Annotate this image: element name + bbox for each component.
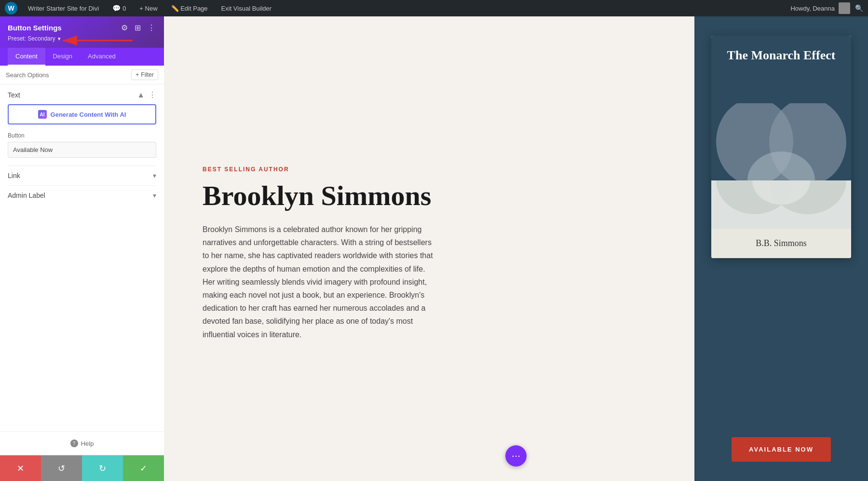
close-icon: ✕ xyxy=(17,463,24,474)
filter-button[interactable]: + Filter xyxy=(131,69,158,80)
preset-caret-icon: ▼ xyxy=(57,36,62,41)
link-section-caret-icon: ▾ xyxy=(153,172,156,179)
button-field-group: Button xyxy=(8,132,156,165)
available-now-button[interactable]: AVAILABLE NOW xyxy=(732,437,831,462)
floating-dots-icon: ··· xyxy=(512,450,520,462)
avatar xyxy=(839,2,850,14)
floating-menu-button[interactable]: ··· xyxy=(505,445,527,467)
text-section-collapse-icon[interactable]: ▲ xyxy=(137,91,145,99)
book-author-name: B.B. Simmons xyxy=(756,238,807,248)
preset-selector[interactable]: Preset: Secondary ▼ xyxy=(8,35,62,42)
redo-icon: ↻ xyxy=(99,463,106,474)
settings-panel: Button Settings ⚙ ⊞ ⋮ Preset: Secondary … xyxy=(0,16,164,481)
tab-design[interactable]: Design xyxy=(45,48,80,66)
admin-label-section: Admin Label ▾ xyxy=(8,185,156,205)
admin-label-section-header[interactable]: Admin Label ▾ xyxy=(8,192,156,199)
text-section-title: Text xyxy=(8,91,20,99)
panel-content: Text ▲ ⋮ AI Generate Content With AI But… xyxy=(0,84,164,431)
best-selling-label: BEST SELLING AUTHOR xyxy=(203,166,665,173)
tab-advanced[interactable]: Advanced xyxy=(80,48,123,66)
exit-builder-link[interactable]: Exit Visual Builder xyxy=(218,3,275,14)
comment-icon: 💬 xyxy=(112,4,121,12)
author-bio: Brooklyn Simmons is a celebrated author … xyxy=(203,223,434,341)
search-input[interactable] xyxy=(6,71,127,79)
generate-content-ai-button[interactable]: AI Generate Content With AI xyxy=(8,104,156,124)
text-section-header: Text ▲ ⋮ xyxy=(8,90,156,99)
help-section: ? Help xyxy=(0,431,164,455)
close-button[interactable]: ✕ xyxy=(0,455,41,481)
book-card: The Monarch Effect xyxy=(711,36,851,258)
link-section: Link ▾ xyxy=(8,165,156,185)
comments-link[interactable]: 💬 0 xyxy=(109,2,129,14)
redo-button[interactable]: ↻ xyxy=(82,455,123,481)
author-name: Brooklyn Simmons xyxy=(203,180,665,211)
tab-content[interactable]: Content xyxy=(8,48,45,66)
button-text-input[interactable] xyxy=(8,142,156,158)
admin-label-section-title: Admin Label xyxy=(8,192,45,199)
panel-tabs: Content Design Advanced xyxy=(0,48,164,66)
text-section-more-icon[interactable]: ⋮ xyxy=(149,90,156,99)
help-label[interactable]: Help xyxy=(81,440,94,447)
admin-label-caret-icon: ▾ xyxy=(153,192,156,199)
book-author-section: B.B. Simmons xyxy=(711,229,851,258)
undo-button[interactable]: ↺ xyxy=(41,455,82,481)
save-button[interactable]: ✓ xyxy=(123,455,164,481)
undo-icon: ↺ xyxy=(58,463,65,474)
wp-logo[interactable]: W xyxy=(5,2,17,14)
panel-more-icon[interactable]: ⋮ xyxy=(147,22,156,33)
panel-title: Button Settings xyxy=(8,24,62,32)
site-name-link[interactable]: Writer Starter Site for Divi xyxy=(25,3,102,14)
page-canvas: BEST SELLING AUTHOR Brooklyn Simmons Bro… xyxy=(164,16,868,481)
save-icon: ✓ xyxy=(140,463,147,474)
dark-section: The Monarch Effect xyxy=(694,16,868,481)
button-field-label: Button xyxy=(8,132,156,139)
edit-page-link[interactable]: ✏️ Edit Page xyxy=(168,3,211,14)
new-link[interactable]: + New xyxy=(136,3,160,14)
search-icon[interactable]: 🔍 xyxy=(855,4,863,12)
panel-header: Button Settings ⚙ ⊞ ⋮ Preset: Secondary … xyxy=(0,16,164,48)
book-cover-shapes xyxy=(711,103,851,180)
panel-settings-icon[interactable]: ⚙ xyxy=(120,22,129,33)
search-bar: + Filter xyxy=(0,66,164,84)
book-lower-shapes xyxy=(711,180,851,229)
howdy-section: Howdy, Deanna xyxy=(790,2,850,14)
book-cover: The Monarch Effect xyxy=(711,36,851,180)
filter-icon: + xyxy=(136,71,139,78)
link-section-title: Link xyxy=(8,172,20,179)
admin-bar: W Writer Starter Site for Divi 💬 0 + New… xyxy=(0,0,868,16)
ai-icon: AI xyxy=(38,110,47,119)
book-title: The Monarch Effect xyxy=(727,47,836,64)
help-icon: ? xyxy=(70,440,78,447)
content-section: BEST SELLING AUTHOR Brooklyn Simmons Bro… xyxy=(164,16,694,481)
panel-layout-icon[interactable]: ⊞ xyxy=(134,22,142,33)
link-section-header[interactable]: Link ▾ xyxy=(8,172,156,179)
bottom-toolbar: ✕ ↺ ↻ ✓ xyxy=(0,455,164,481)
